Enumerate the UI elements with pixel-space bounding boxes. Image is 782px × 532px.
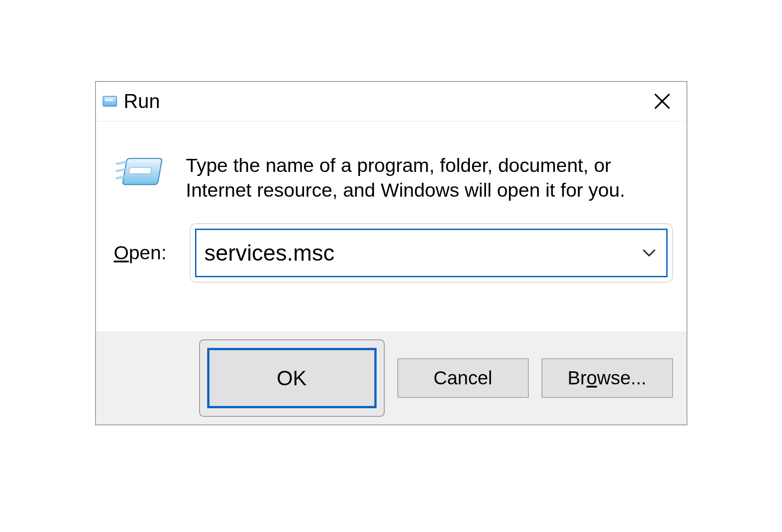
run-large-icon [116,156,164,190]
combobox-dropdown-button[interactable] [641,245,657,261]
dialog-description: Type the name of a program, folder, docu… [186,153,646,203]
svg-rect-1 [105,99,113,101]
run-icon [102,95,119,108]
close-icon [653,92,671,110]
open-input[interactable] [205,240,635,266]
run-dialog: Run [95,81,687,425]
dialog-title: Run [124,90,160,113]
open-combobox-frame [190,223,673,283]
dialog-footer: OK Cancel Browse... [96,332,687,424]
svg-line-4 [117,162,126,164]
title-bar: Run [96,82,687,122]
ok-button-frame: OK [199,339,385,417]
close-button[interactable] [650,89,675,114]
open-combobox[interactable] [195,229,668,277]
svg-rect-3 [128,167,151,174]
cancel-button[interactable]: Cancel [397,358,529,398]
svg-rect-0 [103,96,117,106]
browse-button[interactable]: Browse... [541,358,673,398]
ok-button[interactable]: OK [207,348,377,408]
open-label: Open: [114,242,176,264]
dialog-body: Type the name of a program, folder, docu… [96,122,687,332]
chevron-down-icon [641,245,657,261]
